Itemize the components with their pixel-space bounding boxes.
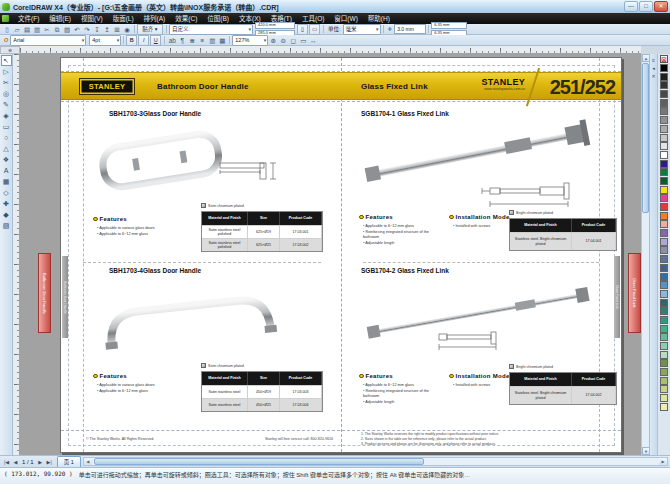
no-color-swatch[interactable]: ⊠ bbox=[660, 55, 668, 63]
menu-item[interactable]: 排列(A) bbox=[139, 13, 171, 24]
page-spread[interactable]: STANLEY Bathroom Door Handle Glass Fixed… bbox=[60, 57, 622, 453]
bullet-list-icon[interactable]: ≣ bbox=[187, 36, 197, 45]
color-swatch[interactable] bbox=[660, 377, 668, 385]
hscroll-thumb[interactable] bbox=[94, 458, 424, 465]
rectangle-tool[interactable]: ▭ bbox=[1, 121, 12, 132]
color-swatch[interactable] bbox=[660, 299, 668, 307]
color-swatch[interactable] bbox=[660, 73, 668, 81]
cut-icon[interactable]: ✂ bbox=[42, 25, 52, 34]
zoom-in-icon[interactable]: ⊕ bbox=[268, 36, 278, 45]
duplicate-x-field[interactable]: 6.35 mm bbox=[431, 22, 467, 29]
zoom-page-icon[interactable]: ▭ bbox=[298, 36, 308, 45]
color-swatch[interactable] bbox=[660, 273, 668, 281]
color-swatch[interactable] bbox=[660, 403, 668, 411]
ruler-origin[interactable]: ⊕ bbox=[0, 46, 20, 54]
color-swatch[interactable] bbox=[660, 229, 668, 237]
copy-icon[interactable]: ⧉ bbox=[52, 25, 62, 34]
restore-button[interactable]: □ bbox=[639, 1, 653, 12]
menu-item[interactable]: 位图(B) bbox=[202, 13, 234, 24]
next-page-button[interactable]: ▶ bbox=[36, 457, 45, 467]
scroll-left-icon[interactable]: ◀ bbox=[84, 458, 92, 465]
polygon-tool[interactable]: △ bbox=[1, 143, 12, 154]
menu-item[interactable]: 工具(O) bbox=[297, 13, 329, 24]
prev-page-button[interactable]: ◀ bbox=[11, 457, 20, 467]
color-swatch[interactable] bbox=[660, 194, 668, 202]
menu-item[interactable]: 编辑(E) bbox=[44, 13, 76, 24]
shape-tool[interactable]: ▷ bbox=[1, 66, 12, 77]
color-swatch[interactable] bbox=[660, 116, 668, 124]
color-swatch[interactable] bbox=[660, 246, 668, 254]
menu-item[interactable]: 版面(L) bbox=[108, 13, 139, 24]
color-swatch[interactable] bbox=[660, 333, 668, 341]
color-swatch[interactable] bbox=[660, 351, 668, 359]
color-swatch[interactable] bbox=[660, 385, 668, 393]
bold-button[interactable]: B bbox=[126, 35, 137, 46]
zoom-width-icon[interactable]: ↔ bbox=[308, 36, 318, 45]
color-swatch[interactable] bbox=[660, 307, 668, 315]
vertical-scrollbar[interactable]: ▲ ▼ bbox=[641, 54, 649, 455]
color-swatch[interactable] bbox=[660, 64, 668, 72]
fill-tool[interactable]: ▨ bbox=[1, 220, 12, 231]
underline-button[interactable]: U bbox=[150, 35, 161, 46]
eyedropper-tool[interactable]: ✚ bbox=[1, 198, 12, 209]
horizontal-ruler[interactable] bbox=[20, 46, 641, 54]
color-swatch[interactable] bbox=[660, 168, 668, 176]
color-swatch[interactable] bbox=[660, 125, 668, 133]
table-tool[interactable]: ▦ bbox=[1, 176, 12, 187]
save-icon[interactable]: ▤ bbox=[22, 25, 32, 34]
drawing-canvas[interactable]: Bathroom Door Handle Glass Fixed Link ST… bbox=[20, 54, 641, 455]
color-swatch[interactable] bbox=[660, 186, 668, 194]
minimize-button[interactable]: — bbox=[624, 1, 638, 12]
vscroll-thumb[interactable] bbox=[642, 63, 649, 213]
italic-button[interactable]: I bbox=[138, 35, 149, 46]
color-swatch[interactable] bbox=[660, 220, 668, 228]
font-size-select[interactable]: 4pt bbox=[89, 35, 121, 46]
docker-collapse-icon[interactable]: ◂ bbox=[652, 64, 655, 72]
redo-icon[interactable]: ↷ bbox=[82, 25, 92, 34]
units-select[interactable]: 毫米 bbox=[343, 24, 381, 35]
color-swatch[interactable] bbox=[660, 177, 668, 185]
align-icon[interactable]: ≡ bbox=[197, 36, 207, 45]
print-icon[interactable]: ▥ bbox=[32, 25, 42, 34]
app-launcher-icon[interactable]: ⊞ bbox=[112, 25, 122, 34]
first-page-button[interactable]: |◀ bbox=[2, 457, 11, 467]
color-swatch[interactable] bbox=[660, 255, 668, 263]
title-bar[interactable]: CorelDRAW X4（专业版）- [G:\五金画册（英文）转曲\INOX服务… bbox=[0, 0, 670, 14]
new-icon[interactable]: ▯ bbox=[2, 25, 12, 34]
color-swatch[interactable] bbox=[660, 203, 668, 211]
color-swatch[interactable] bbox=[660, 316, 668, 324]
export-icon[interactable]: ↥ bbox=[102, 25, 112, 34]
horizontal-scrollbar[interactable]: ◀ ▶ bbox=[83, 457, 668, 466]
side-tab-left[interactable]: Bathroom Door Handle bbox=[38, 253, 51, 333]
color-swatch[interactable] bbox=[660, 151, 668, 159]
paper-type-select[interactable]: 自定义 bbox=[169, 24, 253, 35]
menu-item[interactable]: 帮助(H) bbox=[363, 13, 395, 24]
last-page-button[interactable]: ▶| bbox=[45, 457, 54, 467]
page-tab[interactable]: 页 1 bbox=[57, 456, 81, 467]
color-swatch[interactable] bbox=[660, 281, 668, 289]
color-swatch[interactable] bbox=[660, 107, 668, 115]
color-swatch[interactable] bbox=[660, 290, 668, 298]
vertical-ruler[interactable] bbox=[13, 54, 20, 455]
color-swatch[interactable] bbox=[660, 90, 668, 98]
font-family-select[interactable]: Arial bbox=[10, 35, 86, 46]
basic-shapes-tool[interactable]: ❖ bbox=[1, 154, 12, 165]
paragraph-icon[interactable]: ¶ bbox=[177, 36, 187, 45]
paste-icon[interactable]: ▧ bbox=[62, 25, 72, 34]
paper-width-field[interactable]: 420.0 mm bbox=[255, 22, 295, 29]
text-tool[interactable]: A bbox=[1, 165, 12, 176]
color-swatch[interactable] bbox=[660, 238, 668, 246]
text-frame-icon[interactable]: ▦ bbox=[217, 36, 227, 45]
zoom-level-select[interactable]: 127% bbox=[232, 35, 268, 46]
freehand-tool[interactable]: ✎ bbox=[1, 99, 12, 110]
menu-item[interactable]: 视图(V) bbox=[76, 13, 108, 24]
undo-icon[interactable]: ↶ bbox=[72, 25, 82, 34]
columns-icon[interactable]: ▥ bbox=[207, 36, 217, 45]
character-formatting-icon[interactable]: ab bbox=[167, 36, 177, 45]
side-tab-right[interactable]: Glass Fixed Link bbox=[628, 253, 641, 333]
pick-tool[interactable]: ↖ bbox=[1, 55, 12, 66]
scroll-right-icon[interactable]: ▶ bbox=[659, 458, 667, 465]
menu-item[interactable]: 窗口(W) bbox=[329, 13, 362, 24]
blend-tool[interactable]: ◇ bbox=[1, 187, 12, 198]
docker-menu-icon[interactable]: ≡ bbox=[652, 56, 655, 64]
